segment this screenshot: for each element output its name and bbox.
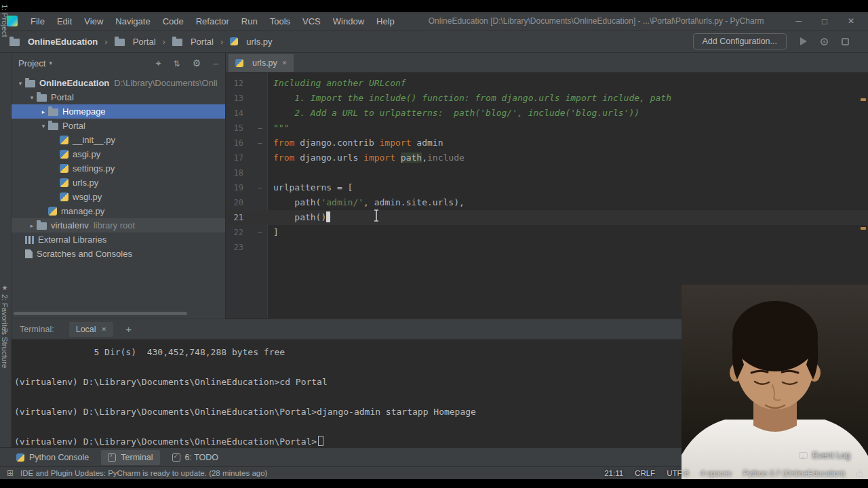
code-line-20[interactable]: 20 path('admin/', admin.site.urls), [226,195,868,210]
tree-item-external-libraries[interactable]: External Libraries [12,232,225,247]
tree-item-manage-py[interactable]: manage.py [12,204,225,218]
python-icon [60,136,68,144]
menu-item-view[interactable]: View [78,14,109,29]
indent-widget[interactable]: 4 spaces [701,469,732,477]
caret-position-widget[interactable]: 21:11 [604,469,623,477]
tree-item-label: virtualenv [51,220,89,230]
code-line-16[interactable]: 16−from django.contrib import admin [226,136,868,150]
menu-item-window[interactable]: Window [327,14,370,29]
add-configuration-button[interactable]: Add Configuration... [693,33,787,49]
folder-icon [37,94,47,102]
menu-item-code[interactable]: Code [157,14,190,29]
menu-item-vcs[interactable]: VCS [296,14,327,29]
new-terminal-icon[interactable]: + [125,323,132,335]
tree-item-asgi-py[interactable]: asgi.py [12,147,225,161]
tree-item-virtualenv[interactable]: ▸virtualenvlibrary root [12,218,225,232]
tree-item-wsgi-py[interactable]: wsgi.py [12,190,225,204]
fold-marker-spacer [243,76,268,91]
close-terminal-tab-icon[interactable] [102,326,107,333]
favorites-star-icon: ★ [1,284,9,291]
menu-item-refactor[interactable]: Refactor [190,14,235,29]
collapse-all-icon[interactable] [174,58,180,68]
status-message[interactable]: IDE and Plugin Updates: PyCharm is ready… [20,469,267,477]
menu-item-file[interactable]: File [24,14,51,29]
gear-icon[interactable] [193,58,201,68]
code-line-17[interactable]: 17from django.urls import path,include [226,150,868,165]
toolwindow-button-6-todo[interactable]: 6: TODO [165,450,226,465]
encoding-widget[interactable]: UTF-8 [667,469,689,477]
lock-icon[interactable] [856,469,863,477]
breadcrumb-item-portal[interactable]: Portal [172,37,214,47]
event-log-button[interactable]: Event Log [799,451,850,460]
python-icon [60,178,68,187]
code-line-21[interactable]: 21 path() [226,210,868,225]
fold-marker-spacer [243,165,268,180]
tree-item-portal[interactable]: ▾Portal [12,119,225,133]
expand-arrow-icon[interactable]: ▾ [39,123,48,129]
code-line-14[interactable]: 14 2. Add a URL to urlpatterns: path('bl… [226,106,868,121]
code-line-15[interactable]: 15−""" [226,121,868,136]
breadcrumb-item-onlineeducation[interactable]: OnlineEducation [9,37,98,47]
menu-item-edit[interactable]: Edit [51,14,78,29]
tree-item-scratches-and-consoles[interactable]: Scratches and Consoles [12,247,225,261]
code-line-18[interactable]: 18 [226,165,868,180]
breadcrumb-item-urls-py[interactable]: urls.py [230,37,272,47]
toolwindow-button-python-console[interactable]: Python Console [9,450,96,465]
terminal-cursor [318,436,323,446]
tree-item-settings-py[interactable]: settings.py [12,161,225,176]
fold-marker-icon[interactable]: − [243,121,268,136]
fold-marker-icon[interactable]: − [243,225,268,240]
editor-tab-urls-py[interactable]: urls.py [229,54,294,72]
debug-icon[interactable] [821,38,828,45]
menu-item-help[interactable]: Help [370,14,401,29]
folder-icon [115,39,125,46]
minimize-icon[interactable] [796,16,802,26]
fold-marker-spacer [243,150,268,165]
tool-stripe-project[interactable]: 1: Project [1,4,9,37]
close-tab-icon[interactable] [282,60,288,66]
breadcrumb-separator: › [161,37,167,47]
editor-body[interactable]: 12Including another URLconf13 1. Import … [226,73,868,318]
horizontal-scrollbar[interactable] [14,312,187,315]
tree-item-init-py[interactable]: __init__.py [12,133,225,147]
code-line-13[interactable]: 13 1. Import the include() function: fro… [226,91,868,106]
pycharm-window: FileEditViewNavigateCodeRefactorRunTools… [0,0,868,488]
code-line-12[interactable]: 12Including another URLconf [226,76,868,91]
project-view-selector[interactable]: Project ▾ [18,58,52,68]
maximize-icon[interactable] [822,16,827,26]
tool-stripe-favorites[interactable]: ★ 2: Favorites [1,284,9,335]
interpreter-widget[interactable]: Python 3.7 (OnlineEducation) [743,469,845,477]
breadcrumb-item-portal[interactable]: Portal [115,37,156,47]
folder-icon [9,39,20,46]
select-opened-file-icon[interactable] [156,58,161,69]
tool-stripe-project-label: 1: Project [1,4,9,37]
menu-item-tools[interactable]: Tools [264,14,296,29]
expand-arrow-icon[interactable]: ▸ [27,222,37,229]
editor-tab-bar: urls.py [226,53,868,73]
code-line-19[interactable]: 19−urlpatterns = [ [226,180,868,195]
tool-stripe-structure[interactable]: 7: Structure [1,328,9,368]
fold-marker-icon[interactable]: − [243,136,268,150]
hide-panel-icon[interactable] [213,58,218,68]
tree-item-onlineeducation[interactable]: ▾OnlineEducationD:\Library\Documents\Onl… [12,76,225,90]
expand-arrow-icon[interactable]: ▾ [16,80,25,87]
expand-arrow-icon[interactable]: ▸ [39,108,48,115]
close-icon[interactable] [848,16,854,26]
fold-marker-icon[interactable]: − [243,180,268,195]
python-icon [48,207,57,216]
code-line-23[interactable]: 23 [226,240,868,255]
tree-item-portal[interactable]: ▾Portal [12,90,225,104]
run-icon[interactable] [800,37,807,45]
code-line-22[interactable]: 22−] [226,225,868,240]
tree-item-urls-py[interactable]: urls.py [12,176,225,190]
line-separator-widget[interactable]: CRLF [635,469,655,477]
tree-item-sublabel: library root [94,220,135,230]
tree-item-homepage[interactable]: ▸Homepage [12,104,225,119]
toolwindow-switcher-icon[interactable] [7,468,14,478]
menu-item-navigate[interactable]: Navigate [109,14,156,29]
toolwindow-button-terminal[interactable]: Terminal [101,450,159,465]
terminal-tab-local[interactable]: Local [69,322,113,337]
expand-arrow-icon[interactable]: ▾ [27,94,37,101]
menu-item-run[interactable]: Run [235,14,264,29]
coverage-icon[interactable] [842,38,849,45]
